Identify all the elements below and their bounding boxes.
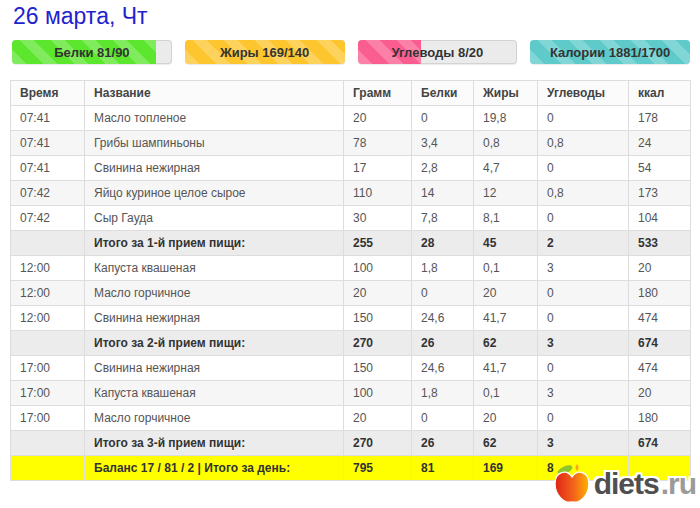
cell-kcal: 674 bbox=[629, 431, 691, 456]
table-row: 07:41Свинина нежирная172,84,7054 bbox=[11, 156, 691, 181]
cell-grams: 270 bbox=[344, 331, 412, 356]
cell-name: Грибы шампиньоны bbox=[85, 131, 344, 156]
cell-time: 07:42 bbox=[11, 206, 85, 231]
table-row: 17:00Масло горчичное200200180 bbox=[11, 406, 691, 431]
calories-progress-label: Калории 1881/1700 bbox=[530, 40, 690, 64]
cell-proteins: 0 bbox=[412, 106, 474, 131]
cell-carbs: 0 bbox=[538, 106, 629, 131]
cell-time: 17:00 bbox=[11, 406, 85, 431]
cell-proteins: 1,8 bbox=[412, 381, 474, 406]
cell-name: Баланс 17 / 81 / 2 | Итого за день: bbox=[85, 456, 344, 481]
cell-kcal: 474 bbox=[629, 356, 691, 381]
subtotal-row: Итого за 2-й прием пищи:27026623674 bbox=[11, 331, 691, 356]
watermark-logo-suffix: .ru bbox=[661, 469, 696, 499]
table-row: 07:42Яйцо куриное целое сырое11014120,81… bbox=[11, 181, 691, 206]
cell-proteins: 81 bbox=[412, 456, 474, 481]
nutrition-summary-bar: Белки 81/90 Жиры 169/140 Углеводы 8/20 К… bbox=[12, 40, 690, 64]
cell-grams: 30 bbox=[344, 206, 412, 231]
table-row: 07:41Масло топленое20019,80178 bbox=[11, 106, 691, 131]
cell-carbs: 0,8 bbox=[538, 131, 629, 156]
cell-grams: 17 bbox=[344, 156, 412, 181]
cell-kcal: 474 bbox=[629, 306, 691, 331]
cell-kcal: 180 bbox=[629, 406, 691, 431]
cell-kcal: 104 bbox=[629, 206, 691, 231]
cell-fats: 169 bbox=[474, 456, 538, 481]
cell-name: Сыр Гауда bbox=[85, 206, 344, 231]
cell-time bbox=[11, 331, 85, 356]
cell-time: 07:41 bbox=[11, 131, 85, 156]
cell-proteins: 0 bbox=[412, 281, 474, 306]
cell-time: 12:00 bbox=[11, 306, 85, 331]
carbs-progress-label: Углеводы 8/20 bbox=[358, 40, 518, 64]
cell-proteins: 0 bbox=[412, 406, 474, 431]
cell-name: Свинина нежирная bbox=[85, 156, 344, 181]
cell-proteins: 14 bbox=[412, 181, 474, 206]
cell-fats: 41,7 bbox=[474, 306, 538, 331]
table-row: 07:42Сыр Гауда307,88,10104 bbox=[11, 206, 691, 231]
page-title: 26 марта, Чт bbox=[13, 3, 148, 30]
cell-carbs: 0 bbox=[538, 206, 629, 231]
table-row: 12:00Свинина нежирная15024,641,70474 bbox=[11, 306, 691, 331]
cell-carbs: 0,8 bbox=[538, 181, 629, 206]
cell-fats: 62 bbox=[474, 331, 538, 356]
cell-kcal: 54 bbox=[629, 156, 691, 181]
cell-grams: 20 bbox=[344, 281, 412, 306]
cell-name: Итого за 3-й прием пищи: bbox=[85, 431, 344, 456]
cell-time bbox=[11, 456, 85, 481]
diets-ru-watermark: diets .ru bbox=[552, 462, 696, 506]
cell-kcal: 20 bbox=[629, 381, 691, 406]
cell-carbs: 0 bbox=[538, 281, 629, 306]
apple-icon bbox=[552, 462, 592, 506]
cell-fats: 20 bbox=[474, 281, 538, 306]
cell-fats: 19,8 bbox=[474, 106, 538, 131]
table-row: 12:00Масло горчичное200200180 bbox=[11, 281, 691, 306]
cell-fats: 12 bbox=[474, 181, 538, 206]
cell-name: Свинина нежирная bbox=[85, 356, 344, 381]
cell-carbs: 2 bbox=[538, 231, 629, 256]
cell-kcal: 173 bbox=[629, 181, 691, 206]
cell-carbs: 3 bbox=[538, 431, 629, 456]
cell-proteins: 24,6 bbox=[412, 356, 474, 381]
cell-name: Масло горчичное bbox=[85, 281, 344, 306]
cell-name: Капуста квашеная bbox=[85, 256, 344, 281]
cell-grams: 20 bbox=[344, 106, 412, 131]
cell-fats: 8,1 bbox=[474, 206, 538, 231]
cell-proteins: 26 bbox=[412, 431, 474, 456]
cell-carbs: 0 bbox=[538, 306, 629, 331]
cell-grams: 110 bbox=[344, 181, 412, 206]
cell-kcal: 178 bbox=[629, 106, 691, 131]
cell-kcal: 24 bbox=[629, 131, 691, 156]
table-row: 17:00Капуста квашеная1001,80,1320 bbox=[11, 381, 691, 406]
cell-time bbox=[11, 431, 85, 456]
column-header-proteins: Белки bbox=[412, 81, 474, 106]
proteins-progress-badge: Белки 81/90 bbox=[12, 40, 172, 64]
cell-proteins: 28 bbox=[412, 231, 474, 256]
cell-grams: 78 bbox=[344, 131, 412, 156]
calories-progress-badge: Калории 1881/1700 bbox=[530, 40, 690, 64]
subtotal-row: Итого за 3-й прием пищи:27026623674 bbox=[11, 431, 691, 456]
cell-proteins: 2,8 bbox=[412, 156, 474, 181]
table-row: 17:00Свинина нежирная15024,641,70474 bbox=[11, 356, 691, 381]
column-header-carbs: Углеводы bbox=[538, 81, 629, 106]
cell-name: Яйцо куриное целое сырое bbox=[85, 181, 344, 206]
fats-progress-label: Жиры 169/140 bbox=[185, 40, 345, 64]
cell-proteins: 1,8 bbox=[412, 256, 474, 281]
cell-fats: 0,1 bbox=[474, 256, 538, 281]
cell-carbs: 3 bbox=[538, 256, 629, 281]
cell-name: Итого за 1-й прием пищи: bbox=[85, 231, 344, 256]
cell-kcal: 180 bbox=[629, 281, 691, 306]
cell-fats: 45 bbox=[474, 231, 538, 256]
cell-kcal: 20 bbox=[629, 256, 691, 281]
cell-time: 17:00 bbox=[11, 381, 85, 406]
cell-fats: 62 bbox=[474, 431, 538, 456]
cell-proteins: 26 bbox=[412, 331, 474, 356]
cell-grams: 255 bbox=[344, 231, 412, 256]
cell-carbs: 3 bbox=[538, 331, 629, 356]
column-header-time: Время bbox=[11, 81, 85, 106]
cell-carbs: 3 bbox=[538, 381, 629, 406]
cell-grams: 100 bbox=[344, 381, 412, 406]
watermark-logo-text: diets bbox=[594, 469, 659, 499]
table-row: 07:41Грибы шампиньоны783,40,80,824 bbox=[11, 131, 691, 156]
cell-time: 12:00 bbox=[11, 256, 85, 281]
column-header-kcal: ккал bbox=[629, 81, 691, 106]
